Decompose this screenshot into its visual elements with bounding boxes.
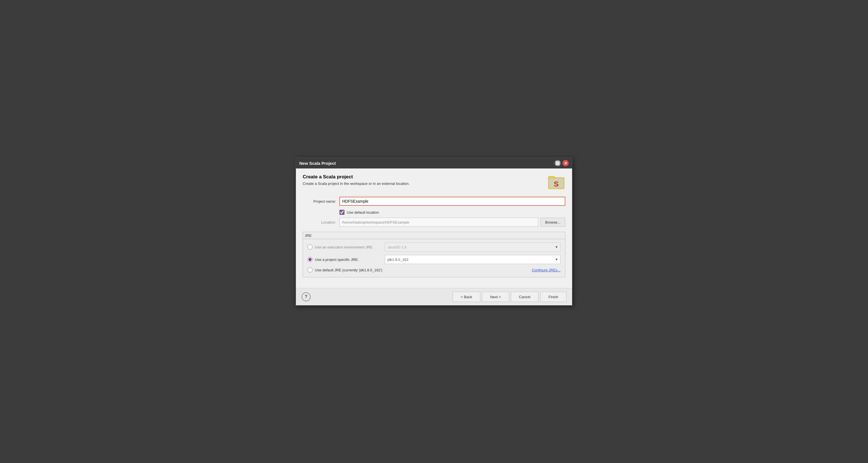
svg-text:S: S: [554, 180, 559, 188]
finish-button[interactable]: Finish: [540, 292, 566, 302]
configure-jres-link[interactable]: Configure JREs...: [532, 268, 560, 272]
use-default-location-row: Use default location: [339, 210, 565, 215]
jre-default-label[interactable]: Use default JRE (currently 'jdk1.8.0_162…: [315, 268, 382, 272]
form-section: Project name: Use default location Locat…: [303, 197, 565, 227]
jre-specific-label[interactable]: Use a project specific JRE:: [315, 258, 382, 262]
jre-section-wrapper: JRE Use an execution environment JRE: Ja…: [303, 232, 565, 277]
jre-env-radio[interactable]: [308, 244, 313, 250]
jre-label: JRE: [305, 233, 312, 238]
jre-default-left: Use default JRE (currently 'jdk1.8.0_162…: [308, 267, 382, 272]
browse-button[interactable]: Browse...: [540, 218, 565, 227]
project-name-row: Project name:: [303, 197, 565, 206]
close-button[interactable]: ✕: [562, 160, 569, 166]
jre-env-label[interactable]: Use an execution environment JRE:: [315, 245, 382, 249]
location-row: Location: Browse...: [303, 218, 565, 227]
jre-option3-row: Use default JRE (currently 'jdk1.8.0_162…: [308, 267, 560, 272]
location-label: Location:: [303, 220, 339, 225]
dialog-content: Create a Scala project Create a Scala pr…: [296, 169, 572, 288]
back-button[interactable]: < Back: [453, 292, 480, 302]
project-name-label: Project name:: [303, 199, 339, 204]
jre-section-label: JRE: [303, 232, 565, 238]
dialog-buttons: < Back Next > Cancel Finish: [453, 292, 566, 302]
header-text: Create a Scala project Create a Scala pr…: [303, 174, 410, 186]
use-default-location-label[interactable]: Use default location: [347, 210, 379, 214]
jre-inner: Use an execution environment JRE: JavaSE…: [303, 239, 565, 277]
jre-default-radio[interactable]: [308, 267, 313, 272]
jre-specific-radio[interactable]: [308, 257, 313, 262]
button-bar: ? < Back Next > Cancel Finish: [296, 288, 572, 305]
location-input[interactable]: [339, 218, 538, 227]
help-button[interactable]: ?: [302, 292, 311, 301]
jre-specific-select[interactable]: jdk1.8.0_162 jdk1.8.0_202 jdk11.0.2: [385, 255, 560, 264]
dialog-title: New Scala Project: [299, 161, 336, 166]
jre-env-select[interactable]: JavaSE-1.8 JavaSE-11 JavaSE-17: [385, 242, 560, 252]
header-section: Create a Scala project Create a Scala pr…: [303, 174, 565, 190]
scala-icon: S: [547, 174, 565, 190]
dialog-heading: Create a Scala project: [303, 174, 410, 180]
jre-env-select-wrapper: JavaSE-1.8 JavaSE-11 JavaSE-17 ▼: [385, 242, 560, 252]
restore-button[interactable]: ⬜: [555, 160, 561, 166]
next-button[interactable]: Next >: [482, 292, 509, 302]
jre-specific-select-wrapper: jdk1.8.0_162 jdk1.8.0_202 jdk11.0.2 ▼: [385, 255, 560, 264]
use-default-location-checkbox[interactable]: [339, 210, 344, 215]
title-bar-controls: ⬜ ✕: [555, 160, 569, 166]
jre-option2-row: Use a project specific JRE: jdk1.8.0_162…: [308, 255, 560, 264]
project-name-input[interactable]: [339, 197, 565, 206]
dialog-window: New Scala Project ⬜ ✕ Create a Scala pro…: [296, 157, 572, 306]
title-bar: New Scala Project ⬜ ✕: [296, 158, 572, 169]
cancel-button[interactable]: Cancel: [511, 292, 538, 302]
jre-option1-row: Use an execution environment JRE: JavaSE…: [308, 242, 560, 252]
dialog-subheading: Create a Scala project in the workspace …: [303, 181, 410, 186]
